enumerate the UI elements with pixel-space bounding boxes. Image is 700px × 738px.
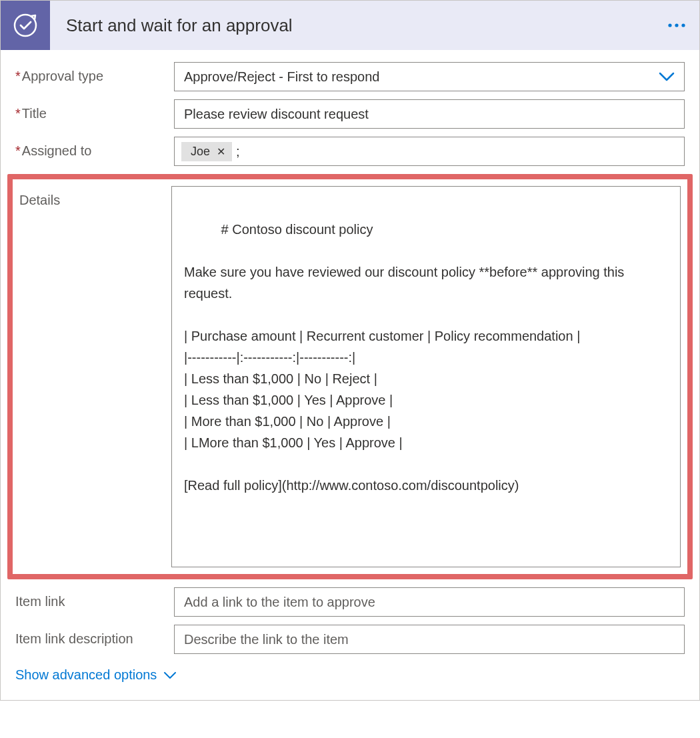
required-marker: *	[15, 106, 21, 121]
assignee-pill: Joe ✕	[181, 142, 232, 161]
approval-action-card: Start and wait for an approval *Approval…	[0, 0, 700, 701]
card-title: Start and wait for an approval	[50, 15, 663, 36]
label-title: *Title	[15, 99, 174, 121]
show-advanced-options-button[interactable]: Show advanced options	[15, 662, 177, 692]
svg-point-0	[15, 15, 36, 36]
row-item-link-description: Item link description Describe the link …	[15, 625, 685, 654]
details-value: # Contoso discount policy Make sure you …	[184, 222, 628, 493]
chevron-down-icon	[659, 72, 675, 81]
approval-type-value: Approve/Reject - First to respond	[184, 69, 379, 85]
row-title: *Title Please review discount request	[15, 99, 685, 129]
details-textarea[interactable]: # Contoso discount policy Make sure you …	[171, 186, 681, 567]
item-link-placeholder: Add a link to the item to approve	[184, 595, 375, 610]
row-assigned-to: *Assigned to Joe ✕ ;	[15, 137, 685, 166]
card-body: *Approval type Approve/Reject - First to…	[1, 50, 699, 700]
label-assigned-to: *Assigned to	[15, 137, 174, 159]
chevron-down-icon	[163, 671, 177, 679]
label-details: Details	[19, 186, 171, 208]
label-item-link: Item link	[15, 587, 174, 609]
remove-assignee-button[interactable]: ✕	[217, 145, 225, 158]
card-menu-button[interactable]	[663, 19, 690, 32]
assigned-to-input[interactable]: Joe ✕ ;	[174, 137, 685, 166]
item-link-description-input[interactable]: Describe the link to the item	[174, 625, 685, 654]
svg-point-3	[681, 23, 685, 27]
svg-point-2	[675, 23, 678, 27]
required-marker: *	[15, 143, 21, 158]
row-details-highlighted: Details # Contoso discount policy Make s…	[7, 174, 693, 579]
title-input[interactable]: Please review discount request	[174, 99, 685, 129]
card-header: Start and wait for an approval	[1, 1, 699, 50]
row-approval-type: *Approval type Approve/Reject - First to…	[15, 62, 685, 91]
title-value: Please review discount request	[184, 107, 369, 122]
approval-type-select[interactable]: Approve/Reject - First to respond	[174, 62, 685, 91]
item-link-input[interactable]: Add a link to the item to approve	[174, 587, 685, 617]
assignee-name: Joe	[191, 145, 210, 159]
approvals-icon	[1, 1, 50, 50]
required-marker: *	[15, 69, 21, 83]
row-item-link: Item link Add a link to the item to appr…	[15, 587, 685, 617]
label-approval-type: *Approval type	[15, 62, 174, 84]
assignee-trailing: ;	[236, 144, 240, 159]
show-advanced-label: Show advanced options	[15, 667, 157, 683]
item-link-description-placeholder: Describe the link to the item	[184, 632, 349, 647]
svg-point-1	[668, 23, 671, 27]
label-item-link-description: Item link description	[15, 625, 174, 647]
